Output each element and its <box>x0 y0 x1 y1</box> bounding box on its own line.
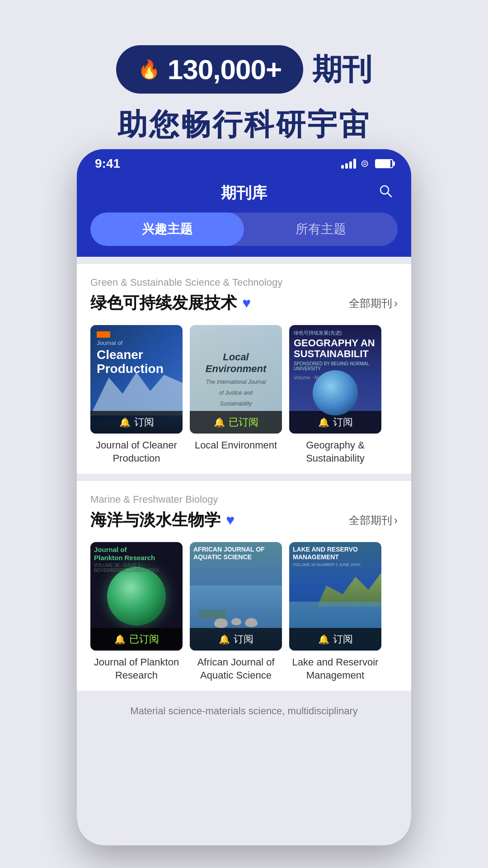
cover-lake-title: LAKE AND RESERVOMANAGEMENT VOLUME 26 NUM… <box>293 546 378 567</box>
journal-name-plankton: Journal of Plankton Research <box>90 656 183 682</box>
journals-row-green: Journal of CleanerProduction 🔔 订阅 Journa… <box>90 325 398 465</box>
bell-icon-local: 🔔 <box>214 417 225 428</box>
journal-cover-lake[interactable]: LAKE AND RESERVOMANAGEMENT VOLUME 26 NUM… <box>289 542 381 651</box>
battery-icon <box>375 159 393 168</box>
journal-cover-cleaner[interactable]: Journal of CleanerProduction 🔔 订阅 <box>90 325 183 434</box>
all-journals-marine[interactable]: 全部期刊 › <box>349 513 398 528</box>
bell-icon-lake: 🔔 <box>318 634 329 645</box>
journal-cover-aquatic[interactable]: African Journal ofAQUATIC SCIENCE <box>190 542 282 651</box>
section-green-title: 绿色可持续发展技术 ♥ <box>90 292 251 314</box>
app-header: 期刊库 <box>77 178 411 212</box>
bell-icon-plankton: 🔔 <box>114 634 126 645</box>
journal-name-cleaner: Journal of Cleaner Production <box>90 439 183 465</box>
tabs-row: 兴趣主题 所有主题 <box>90 212 398 246</box>
subscribe-bar-aquatic[interactable]: 🔔 订阅 <box>190 628 282 651</box>
phone-mockup: 9:41 ⊜ 期刊库 兴趣主题 所有主题 <box>77 149 411 845</box>
journal-cover-geography[interactable]: 绿色可持续发展(先进) GEOGRAPHY ANSUSTAINABILIT SP… <box>289 325 381 434</box>
bell-icon-geography: 🔔 <box>318 417 329 428</box>
section-green-subtitle: Green & Sustainable Science & Technology <box>90 277 398 288</box>
top-section: 🔥 130,000+ 期刊 助您畅行科研宇宙 <box>0 0 488 145</box>
count-badge: 🔥 130,000+ 期刊 <box>116 45 372 94</box>
journal-cover-plankton[interactable]: Journal ofPlankton Research VOLUME 36 · … <box>90 542 183 651</box>
journal-cleaner-production: Journal of CleanerProduction 🔔 订阅 Journa… <box>90 325 183 465</box>
bottom-hint: Material science-materials science, mult… <box>77 698 411 724</box>
section-marine-title: 海洋与淡水生物学 ♥ <box>90 509 235 531</box>
journal-plankton: Journal ofPlankton Research VOLUME 36 · … <box>90 542 183 682</box>
fire-icon: 🔥 <box>138 59 160 80</box>
subscribe-bar-lake[interactable]: 🔔 订阅 <box>289 628 381 651</box>
subtitle: 助您畅行科研宇宙 <box>117 104 371 145</box>
journal-local-environment: Local Environment The International Jour… <box>190 325 282 465</box>
journal-name-aquatic: African Journal of Aquatic Science <box>190 656 282 682</box>
content-area: Green & Sustainable Science & Technology… <box>77 257 411 845</box>
wifi-icon: ⊜ <box>361 158 369 170</box>
bell-icon-aquatic: 🔔 <box>219 634 230 645</box>
journal-lake: LAKE AND RESERVOMANAGEMENT VOLUME 26 NUM… <box>289 542 381 682</box>
journal-aquatic: African Journal ofAQUATIC SCIENCE <box>190 542 282 682</box>
status-time: 9:41 <box>95 156 120 171</box>
status-icons: ⊜ <box>341 158 393 170</box>
journals-label: 期刊 <box>312 49 372 90</box>
tab-all[interactable]: 所有主题 <box>244 212 398 246</box>
cover-local-title: Local Environment The International Jour… <box>206 351 266 408</box>
plankton-sphere <box>107 567 166 626</box>
all-journals-green[interactable]: 全部期刊 › <box>349 296 398 311</box>
subscribe-bar-cleaner[interactable]: 🔔 订阅 <box>90 411 183 434</box>
journal-name-local: Local Environment <box>195 439 277 452</box>
signal-icon <box>341 159 356 169</box>
section-marine-header: 海洋与淡水生物学 ♥ 全部期刊 › <box>90 509 398 531</box>
section-green-header: 绿色可持续发展技术 ♥ 全部期刊 › <box>90 292 398 314</box>
journal-geography: 绿色可持续发展(先进) GEOGRAPHY ANSUSTAINABILIT SP… <box>289 325 381 465</box>
journal-cover-local[interactable]: Local Environment The International Jour… <box>190 325 282 434</box>
cover-aquatic-title: African Journal ofAQUATIC SCIENCE <box>193 546 278 561</box>
plankton-title: Journal ofPlankton Research VOLUME 36 · … <box>94 546 179 573</box>
subscribe-bar-local[interactable]: 🔔 已订阅 <box>190 411 282 434</box>
section-marine: Marine & Freshwater Biology 海洋与淡水生物学 ♥ 全… <box>77 481 411 691</box>
journal-name-lake: Lake and Reservoir Management <box>289 656 381 682</box>
count-text: 130,000+ <box>168 53 282 85</box>
journal-name-geography: Geography & Sustainability <box>289 439 381 465</box>
tabs-container: 兴趣主题 所有主题 <box>77 212 411 257</box>
count-pill: 🔥 130,000+ <box>116 45 303 94</box>
cover-geo-globe <box>313 370 358 415</box>
section-green: Green & Sustainable Science & Technology… <box>77 264 411 474</box>
subscribe-bar-plankton[interactable]: 🔔 已订阅 <box>90 628 183 651</box>
status-bar: 9:41 ⊜ <box>77 149 411 178</box>
journals-row-marine: Journal ofPlankton Research VOLUME 36 · … <box>90 542 398 682</box>
tab-interest[interactable]: 兴趣主题 <box>90 212 244 246</box>
section-marine-subtitle: Marine & Freshwater Biology <box>90 494 398 505</box>
app-title: 期刊库 <box>221 183 267 203</box>
search-button[interactable] <box>379 184 393 202</box>
svg-line-1 <box>388 193 391 197</box>
bell-icon: 🔔 <box>119 417 131 428</box>
heart-icon-green: ♥ <box>242 295 251 311</box>
heart-icon-marine: ♥ <box>226 512 235 528</box>
